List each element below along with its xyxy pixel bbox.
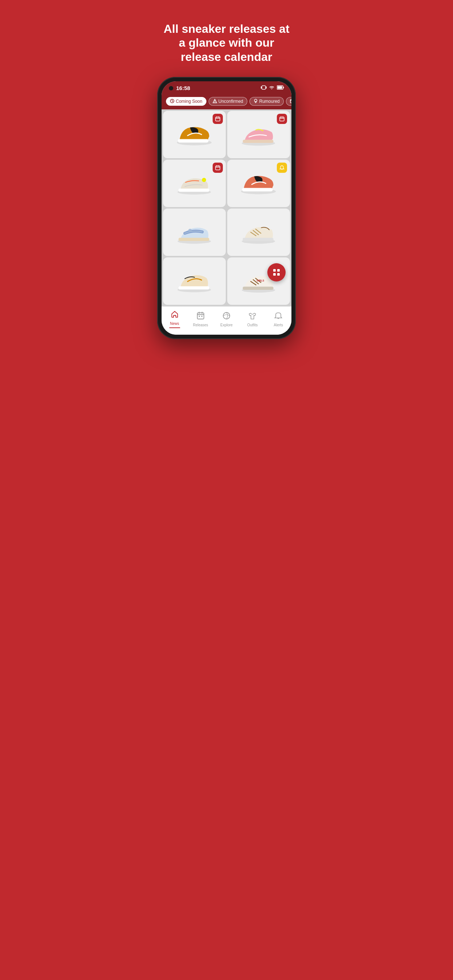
status-icons xyxy=(261,85,284,91)
nav-releases-label: Releases xyxy=(193,323,208,327)
status-time: 16:58 xyxy=(176,85,190,91)
svg-rect-37 xyxy=(201,316,203,317)
explore-icon xyxy=(222,312,231,322)
clock-icon xyxy=(170,99,174,104)
svg-rect-31 xyxy=(273,269,276,272)
svg-rect-11 xyxy=(178,139,209,143)
filter-bar: Coming Soon Unconfirmed xyxy=(161,94,292,110)
svg-text:GIRLS: GIRLS xyxy=(257,279,265,282)
filter-rumoured[interactable]: Rumoured xyxy=(249,97,284,106)
filter-coming-soon[interactable]: Coming Soon xyxy=(166,97,206,106)
status-bar: 16:58 xyxy=(161,81,292,94)
card-badge-calendar-3 xyxy=(213,162,223,173)
svg-point-38 xyxy=(223,312,230,319)
card-badge-calendar-2 xyxy=(277,114,287,124)
fab-button[interactable] xyxy=(267,263,286,282)
nav-alerts-label: Alerts xyxy=(274,323,283,327)
camera-dot xyxy=(169,86,173,91)
svg-rect-14 xyxy=(242,140,273,143)
card-badge-calendar-1 xyxy=(213,114,223,124)
svg-rect-25 xyxy=(242,238,273,241)
rumoured-icon xyxy=(254,99,258,104)
filter-unconfirmed-label: Unconfirmed xyxy=(219,99,243,104)
svg-rect-36 xyxy=(199,316,200,317)
home-icon xyxy=(171,310,179,320)
svg-rect-34 xyxy=(277,273,280,275)
filter-in-stock[interactable]: In Stock xyxy=(286,97,292,106)
phone-frame: 16:58 xyxy=(157,77,296,339)
sneaker-card-1[interactable] xyxy=(163,111,226,158)
sneaker-visual-5 xyxy=(174,220,214,245)
svg-point-17 xyxy=(202,178,206,182)
svg-rect-20 xyxy=(242,188,273,192)
nav-outfits-label: Outfits xyxy=(247,323,258,327)
svg-rect-1 xyxy=(261,86,262,89)
sneaker-card-2[interactable] xyxy=(227,111,290,158)
svg-rect-12 xyxy=(280,117,284,121)
page-container: All sneaker releases at a glance with ou… xyxy=(151,7,302,339)
phone-screen: 16:58 xyxy=(161,81,292,335)
sneaker-visual-7 xyxy=(174,268,214,294)
svg-rect-22 xyxy=(179,238,209,241)
svg-rect-2 xyxy=(266,86,266,89)
wifi-icon xyxy=(269,85,274,91)
sneaker-visual-1 xyxy=(174,122,214,147)
card-badge-bell-4 xyxy=(277,162,287,173)
nav-explore-label: Explore xyxy=(220,323,233,327)
calendar-icon xyxy=(196,312,205,322)
vibrate-icon xyxy=(261,85,266,91)
sneaker-card-5[interactable] xyxy=(163,208,226,256)
svg-rect-35 xyxy=(197,313,204,319)
battery-icon xyxy=(277,85,284,91)
svg-rect-5 xyxy=(278,86,282,89)
sneaker-visual-6 xyxy=(239,220,279,245)
svg-rect-18 xyxy=(179,189,209,192)
sneaker-card-3[interactable] xyxy=(163,160,226,207)
shirt-icon xyxy=(248,312,257,322)
sneaker-card-6[interactable] xyxy=(227,208,290,256)
svg-rect-4 xyxy=(283,87,284,88)
svg-rect-9 xyxy=(215,117,220,121)
nav-news-label: News xyxy=(170,321,179,326)
nav-news[interactable]: News xyxy=(164,310,186,328)
svg-rect-32 xyxy=(277,269,280,272)
filter-rumoured-label: Rumoured xyxy=(259,99,280,104)
sneaker-card-7[interactable] xyxy=(163,258,226,305)
in-stock-icon xyxy=(290,99,292,104)
filter-coming-soon-label: Coming Soon xyxy=(176,99,203,104)
svg-rect-27 xyxy=(179,286,209,290)
bottom-nav: News Releases xyxy=(161,306,292,335)
nav-explore[interactable]: Explore xyxy=(215,312,238,327)
sneaker-card-4[interactable] xyxy=(227,160,290,207)
svg-rect-15 xyxy=(215,166,220,170)
filter-unconfirmed[interactable]: Unconfirmed xyxy=(209,97,247,106)
svg-point-23 xyxy=(188,229,192,232)
page-headline: All sneaker releases at a glance with ou… xyxy=(151,7,302,77)
alert-icon xyxy=(274,312,282,322)
sneaker-visual-2 xyxy=(239,122,279,147)
unconfirmed-icon xyxy=(213,99,217,104)
svg-rect-29 xyxy=(242,286,273,290)
nav-releases[interactable]: Releases xyxy=(190,312,212,327)
nav-active-indicator xyxy=(169,328,180,328)
svg-rect-0 xyxy=(262,86,266,89)
nav-alerts[interactable]: Alerts xyxy=(267,312,289,327)
sneaker-visual-4 xyxy=(239,170,279,196)
svg-rect-33 xyxy=(273,273,276,275)
nav-outfits[interactable]: Outfits xyxy=(241,312,263,327)
sneaker-visual-3 xyxy=(174,170,214,196)
